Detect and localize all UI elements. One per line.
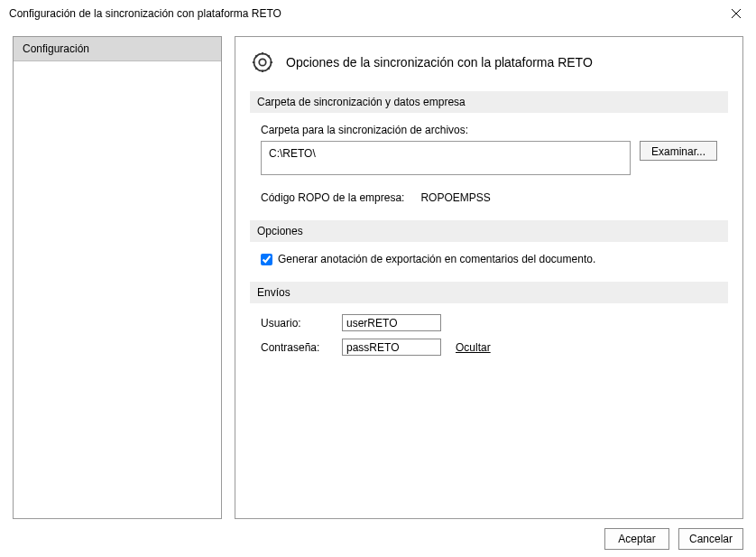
panel-header: Opciones de la sincronización con la pla… xyxy=(250,50,728,75)
user-input[interactable] xyxy=(342,314,441,331)
sidebar-item-label: Configuración xyxy=(23,42,89,55)
hide-password-link[interactable]: Ocultar xyxy=(456,341,491,354)
ropo-value: ROPOEMPSS xyxy=(420,191,490,204)
export-annotation-label: Generar anotación de exportación en come… xyxy=(278,253,595,265)
panel-title: Opciones de la sincronización con la pla… xyxy=(286,55,593,70)
sidebar-item-configuracion[interactable]: Configuración xyxy=(14,37,221,61)
content-area: Configuración Opciones de la sincronizac… xyxy=(0,27,756,519)
section-body-envios: Usuario: Contraseña: Ocultar xyxy=(250,314,728,379)
cancel-button[interactable]: Cancelar xyxy=(678,528,743,550)
svg-point-3 xyxy=(254,53,271,70)
ropo-label: Código ROPO de la empresa: xyxy=(261,191,404,204)
section-header-options: Opciones xyxy=(250,220,728,242)
section-body-options: Generar anotación de exportación en come… xyxy=(250,253,728,282)
button-bar: Aceptar Cancelar xyxy=(0,519,756,550)
svg-point-2 xyxy=(259,59,265,65)
export-annotation-checkbox[interactable] xyxy=(261,254,272,265)
gear-icon xyxy=(250,50,275,75)
password-label: Contraseña: xyxy=(261,341,342,354)
section-header-folder: Carpeta de sincronización y datos empres… xyxy=(250,91,728,113)
titlebar: Configuración de la sincronización con p… xyxy=(0,0,756,27)
sidebar: Configuración xyxy=(13,36,222,519)
close-button[interactable] xyxy=(715,0,756,27)
section-header-envios: Envíos xyxy=(250,282,728,303)
browse-button[interactable]: Examinar... xyxy=(640,141,717,161)
main-panel: Opciones de la sincronización con la pla… xyxy=(235,36,743,519)
password-input[interactable] xyxy=(342,339,441,356)
folder-label: Carpeta para la sincronización de archiv… xyxy=(261,124,717,136)
accept-button[interactable]: Aceptar xyxy=(604,528,669,550)
export-annotation-checkbox-row[interactable]: Generar anotación de exportación en come… xyxy=(261,253,717,265)
section-body-folder: Carpeta para la sincronización de archiv… xyxy=(250,124,728,220)
user-label: Usuario: xyxy=(261,317,342,330)
folder-input[interactable] xyxy=(261,141,631,175)
window-title: Configuración de la sincronización con p… xyxy=(9,7,281,20)
close-icon xyxy=(732,9,741,18)
